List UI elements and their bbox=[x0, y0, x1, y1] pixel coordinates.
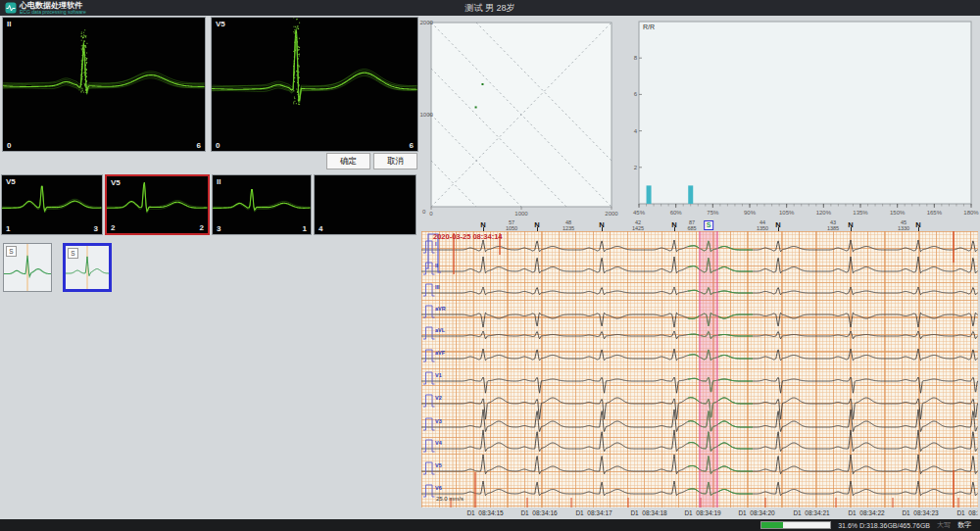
interval-label: 441350 bbox=[757, 220, 768, 231]
svg-text:6: 6 bbox=[634, 91, 638, 97]
x-end-label: 6 bbox=[197, 141, 201, 150]
interval-label: 571050 bbox=[506, 220, 517, 231]
beat-annotation-row[interactable]: NNNNSNNN57105048123542142587685441350431… bbox=[421, 220, 978, 231]
interval-label: 451330 bbox=[898, 220, 909, 231]
class-waveform-1 bbox=[2, 175, 102, 234]
beat-thumbnail-s1[interactable]: S bbox=[3, 243, 52, 292]
rr-histogram[interactable]: R/R 246845%60%75%90%105%120%135%150%165%… bbox=[632, 18, 979, 220]
svg-text:150%: 150% bbox=[890, 210, 906, 216]
cancel-button[interactable]: 取消 bbox=[373, 153, 417, 169]
beat-thumbnail-s2[interactable]: S bbox=[63, 243, 112, 292]
lead-label-III: III bbox=[435, 284, 440, 290]
disk-usage-text: 31.6% D:318.36GB/465.76GB bbox=[838, 522, 930, 529]
svg-text:45%: 45% bbox=[633, 210, 646, 216]
template-waveform-V5 bbox=[212, 18, 417, 151]
time-label: D1 08:34:15 bbox=[466, 509, 503, 516]
svg-text:0: 0 bbox=[422, 209, 426, 215]
paper-speed-label: 25.0 mm/s bbox=[436, 496, 464, 502]
lead-label: II bbox=[217, 177, 220, 186]
time-label: D1 08:34:24 bbox=[956, 509, 978, 516]
class-panel-4[interactable]: 4 bbox=[314, 174, 416, 235]
time-axis-row: D1 08:34:15D1 08:34:16D1 08:34:17D1 08:3… bbox=[421, 507, 978, 519]
svg-text:180%: 180% bbox=[963, 210, 979, 216]
class-index: 4 bbox=[318, 224, 322, 233]
svg-text:60%: 60% bbox=[670, 210, 683, 216]
x-start-label: 0 bbox=[216, 141, 220, 150]
beat-type-badge: S bbox=[6, 246, 17, 257]
lead-label-aVL: aVL bbox=[435, 327, 445, 333]
interval-label: 481235 bbox=[563, 220, 574, 231]
patient-info: 测试 男 28岁 bbox=[0, 2, 980, 15]
ime-caps-indicator: 大写 bbox=[937, 520, 951, 530]
selection-band[interactable] bbox=[699, 231, 718, 507]
x-start-label: 0 bbox=[7, 141, 11, 150]
time-label: D1 08:34:19 bbox=[684, 509, 720, 516]
class-index: 2 bbox=[111, 223, 115, 232]
lorenz-svg: 100020000100020000 bbox=[419, 18, 625, 220]
class-index: 1 bbox=[6, 224, 10, 233]
lead-label-V5: V5 bbox=[435, 462, 442, 468]
time-label: D1 08:34:23 bbox=[902, 509, 938, 516]
app-window: 心电数据处理软件 ECG data processing software 测试… bbox=[0, 0, 980, 531]
class-waveform-3 bbox=[213, 175, 311, 234]
strip-datetime: 2020-03-25 08:34:14 bbox=[433, 232, 502, 241]
svg-text:8: 8 bbox=[634, 55, 638, 61]
svg-text:165%: 165% bbox=[927, 210, 943, 216]
lead-label: V5 bbox=[111, 178, 121, 187]
lead-label-V3: V3 bbox=[435, 418, 442, 424]
class-panel-1[interactable]: V5 1 3 bbox=[1, 174, 103, 235]
time-label: D1 08:34:16 bbox=[520, 509, 557, 516]
time-label: D1 08:34:17 bbox=[575, 509, 612, 516]
class-panel-2[interactable]: V5 2 2 bbox=[105, 174, 210, 235]
time-label: D1 08:34:22 bbox=[848, 509, 884, 516]
histogram-title: R/R bbox=[643, 24, 655, 30]
time-label: D1 08:34:18 bbox=[630, 509, 666, 516]
time-label: D1 08:34:21 bbox=[793, 509, 829, 516]
svg-text:135%: 135% bbox=[853, 210, 868, 216]
title-bar: 心电数据处理软件 ECG data processing software 测试… bbox=[0, 0, 980, 16]
template-panel-V5[interactable]: V5 0 6 bbox=[211, 17, 418, 152]
svg-text:4: 4 bbox=[634, 128, 638, 134]
lead-label: V5 bbox=[216, 20, 225, 28]
interval-label: 87685 bbox=[687, 220, 696, 231]
lead-label-aVF: aVF bbox=[435, 350, 445, 356]
svg-text:2000: 2000 bbox=[605, 211, 618, 217]
template-waveform-II bbox=[3, 18, 205, 151]
lead-label-V1: V1 bbox=[435, 372, 442, 378]
lorenz-plot[interactable]: 100020000100020000 bbox=[419, 18, 625, 220]
class-index: 3 bbox=[217, 224, 220, 233]
histogram-svg: 246845%60%75%90%105%120%135%150%165%180% bbox=[632, 18, 979, 220]
svg-text:1000: 1000 bbox=[514, 211, 528, 217]
lead-label-V4: V4 bbox=[435, 440, 442, 446]
interval-label: 421425 bbox=[632, 220, 644, 231]
svg-text:2: 2 bbox=[634, 165, 638, 170]
ime-num-indicator: 数字 bbox=[957, 520, 971, 530]
class-count: 3 bbox=[94, 224, 98, 233]
svg-text:75%: 75% bbox=[707, 210, 719, 216]
svg-text:120%: 120% bbox=[816, 210, 832, 216]
beat-label-S[interactable]: S bbox=[704, 220, 713, 230]
lead-label-aVR: aVR bbox=[435, 306, 446, 312]
svg-text:1000: 1000 bbox=[420, 112, 434, 118]
beat-type-badge: S bbox=[68, 248, 78, 259]
time-label: D1 08:34:20 bbox=[738, 509, 774, 516]
interval-label: 431385 bbox=[827, 220, 839, 231]
class-panel-3[interactable]: II 3 1 bbox=[212, 174, 312, 235]
svg-text:2000: 2000 bbox=[420, 20, 434, 25]
disk-progress-bar bbox=[760, 521, 831, 529]
status-bar: 31.6% D:318.36GB/465.76GB 大写 数字 bbox=[0, 519, 980, 531]
class-count: 1 bbox=[303, 224, 307, 233]
ecg-strip-panel: NNNNSNNN57105048123542142587685441350431… bbox=[421, 220, 978, 519]
lead-label-I: I bbox=[435, 241, 437, 247]
class-waveform-4 bbox=[315, 175, 416, 234]
confirm-button[interactable]: 确定 bbox=[326, 153, 370, 169]
x-end-label: 6 bbox=[410, 141, 414, 150]
ecg-strip[interactable]: 2020-03-25 08:34:14 25.0 mm/s IIIIIIaVRa… bbox=[421, 231, 978, 507]
svg-text:90%: 90% bbox=[744, 210, 757, 216]
lead-label-II: II bbox=[435, 263, 438, 268]
lead-label: V5 bbox=[6, 177, 16, 186]
template-panel-II[interactable]: II 0 6 bbox=[2, 17, 206, 152]
svg-text:105%: 105% bbox=[779, 210, 795, 216]
svg-text:0: 0 bbox=[429, 211, 433, 217]
class-waveform-2 bbox=[107, 176, 208, 233]
